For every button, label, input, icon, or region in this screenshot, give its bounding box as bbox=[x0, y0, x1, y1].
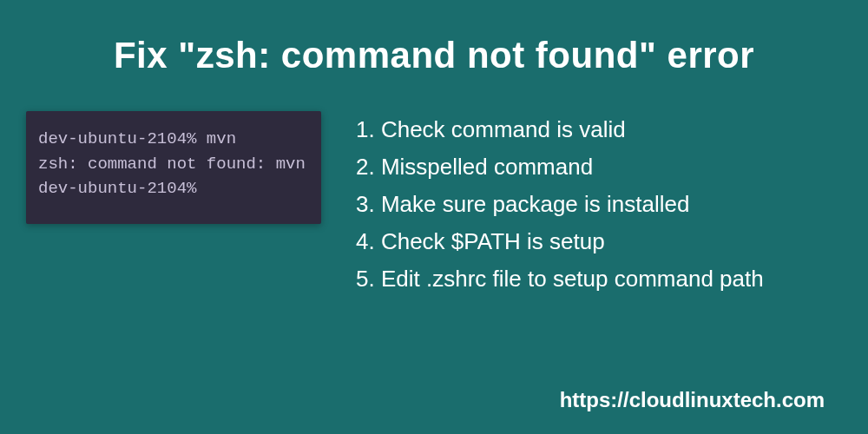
step-item: Edit .zshrc file to setup command path bbox=[347, 260, 842, 298]
step-item: Make sure package is installed bbox=[347, 186, 842, 223]
content-row: dev-ubuntu-2104% mvn zsh: command not fo… bbox=[0, 94, 868, 297]
terminal-line: dev-ubuntu-2104% bbox=[38, 176, 309, 201]
terminal-line: zsh: command not found: mvn bbox=[38, 152, 309, 177]
terminal-line: dev-ubuntu-2104% mvn bbox=[38, 127, 309, 152]
steps-container: Check command is valid Misspelled comman… bbox=[347, 111, 842, 297]
step-item: Check command is valid bbox=[347, 111, 842, 148]
page-title: Fix "zsh: command not found" error bbox=[0, 0, 868, 94]
steps-list: Check command is valid Misspelled comman… bbox=[347, 111, 842, 297]
step-item: Check $PATH is setup bbox=[347, 223, 842, 260]
terminal-snippet: dev-ubuntu-2104% mvn zsh: command not fo… bbox=[26, 111, 321, 224]
step-item: Misspelled command bbox=[347, 148, 842, 186]
footer-url: https://cloudlinuxtech.com bbox=[560, 388, 825, 412]
